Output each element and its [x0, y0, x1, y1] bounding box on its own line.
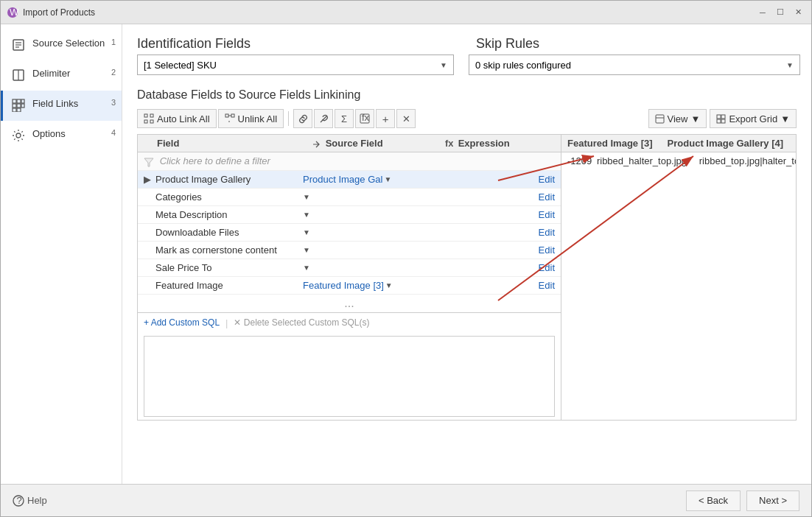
- add-button[interactable]: +: [376, 109, 395, 128]
- minimize-button[interactable]: ─: [755, 5, 770, 20]
- sql-text-area[interactable]: [144, 336, 555, 417]
- help-link[interactable]: ? Help: [13, 495, 47, 507]
- unlink-all-button[interactable]: Unlink All: [218, 109, 284, 128]
- right-data-row: -1209 ribbed_halter_top.jpg ribbed_top.j…: [561, 152, 796, 169]
- main-content: Identification Fields Skip Rules [1 Sele…: [122, 24, 811, 484]
- link-button[interactable]: [293, 109, 312, 128]
- source-dropdown-arrow[interactable]: ▼: [303, 264, 310, 272]
- edit-link[interactable]: Edit: [539, 174, 555, 185]
- row-edit-meta-description: Edit: [518, 209, 555, 220]
- identification-fields-label: Identification Fields: [137, 36, 251, 51]
- sidebar-item-delimiter[interactable]: Delimiter 2: [1, 60, 122, 91]
- table-container: Field Source Field fx Expression: [137, 134, 797, 421]
- row-source-cornerstone: ▼: [303, 246, 428, 254]
- field-links-icon: [12, 99, 27, 113]
- skip-rules-select[interactable]: 0 skip rules configured ▼: [469, 54, 800, 75]
- row-edit-featured-image: Edit: [518, 280, 555, 291]
- id-field-value: [1 Selected] SKU: [144, 60, 217, 71]
- auto-link-all-button[interactable]: Auto Link All: [137, 109, 217, 128]
- toolbar-right: View ▼ Export Grid ▼: [648, 109, 797, 128]
- edit-link[interactable]: Edit: [539, 262, 555, 273]
- sidebar-item-source-selection[interactable]: Source Selection 1: [1, 30, 122, 60]
- window-icon: W: [7, 7, 18, 18]
- table-row[interactable]: Sale Price To ▼ Edit: [138, 259, 561, 277]
- link-icon: [298, 114, 308, 124]
- add-custom-sql-button[interactable]: + Add Custom SQL: [144, 317, 220, 328]
- unlink-single-icon: [319, 114, 329, 124]
- edit-link[interactable]: Edit: [539, 209, 555, 220]
- svg-rect-14: [13, 108, 16, 112]
- svg-rect-13: [21, 104, 24, 108]
- back-button[interactable]: < Back: [686, 490, 741, 511]
- window-controls: ─ ☐ ✕: [755, 5, 805, 20]
- source-selection-icon: [12, 38, 27, 53]
- unlink-single-button[interactable]: [314, 109, 333, 128]
- table-row[interactable]: ▶ Product Image Gallery Product Image Ga…: [138, 171, 561, 189]
- table-row[interactable]: Mark as cornerstone content ▼ Edit: [138, 242, 561, 259]
- add-icon: +: [382, 113, 389, 125]
- identification-fields-select[interactable]: [1 Selected] SKU ▼: [137, 54, 454, 75]
- delete-custom-sql-button[interactable]: ✕ Delete Selected Custom SQL(s): [234, 317, 369, 328]
- table-row[interactable]: Categories ▼ Edit: [138, 189, 561, 206]
- source-dropdown-arrow[interactable]: ▼: [303, 246, 310, 254]
- svg-rect-8: [13, 99, 16, 103]
- source-column-header: Source Field: [312, 138, 444, 149]
- main-table-area: Field Source Field fx Expression: [137, 134, 797, 421]
- custom-sql-toolbar: + Add Custom SQL | ✕ Delete Selected Cus…: [138, 312, 561, 333]
- table-row[interactable]: Downloadable Files ▼ Edit: [138, 224, 561, 242]
- view-icon: [655, 114, 665, 124]
- svg-rect-31: [721, 115, 725, 119]
- row-source-categories: ▼: [303, 193, 428, 201]
- row-edit-downloadable-files: Edit: [518, 227, 555, 238]
- row-expand-icon[interactable]: ▶: [144, 174, 153, 185]
- table-row[interactable]: Meta Description ▼ Edit: [138, 206, 561, 224]
- sidebar-item-source-selection-number: 1: [111, 38, 116, 46]
- view-arrow-icon: ▼: [691, 113, 701, 124]
- row-field-categories: Categories: [155, 191, 303, 203]
- sidebar-item-options-number: 4: [111, 128, 116, 137]
- footer: ? Help < Back Next >: [1, 484, 811, 516]
- export-grid-button[interactable]: Export Grid ▼: [710, 109, 797, 128]
- more-rows-indicator: ...: [138, 295, 561, 312]
- sigma-icon: Σ: [341, 113, 347, 124]
- svg-text:W: W: [10, 7, 18, 18]
- expression-column-header: fx Expression: [444, 138, 555, 149]
- row-field-product-image-gallery: Product Image Gallery: [155, 174, 303, 185]
- source-dropdown-arrow[interactable]: ▼: [384, 175, 391, 183]
- filter-row[interactable]: Click here to define a filter: [138, 152, 561, 171]
- sidebar-item-field-links[interactable]: Field Links 3: [1, 91, 122, 121]
- row-field-meta-description: Meta Description: [155, 209, 303, 220]
- content-area: Source Selection 1 Delimiter 2 Field Lin…: [1, 24, 811, 484]
- source-dropdown-arrow[interactable]: ▼: [385, 281, 393, 289]
- row-source-featured-image: Featured Image [3] ▼: [303, 280, 428, 291]
- title-bar: W Import of Products ─ ☐ ✕: [1, 1, 811, 24]
- next-button[interactable]: Next >: [746, 490, 799, 511]
- svg-rect-17: [144, 114, 147, 117]
- sidebar: Source Selection 1 Delimiter 2 Field Lin…: [1, 24, 122, 484]
- close-button[interactable]: ✕: [791, 5, 805, 20]
- row-edit-cornerstone: Edit: [518, 245, 555, 256]
- view-button[interactable]: View ▼: [648, 109, 707, 128]
- sigma-button[interactable]: Σ: [335, 109, 354, 128]
- delimiter-icon: [12, 68, 27, 83]
- sidebar-item-options[interactable]: Options 4: [1, 121, 122, 151]
- expand-col: [144, 138, 157, 149]
- edit-link[interactable]: Edit: [539, 191, 555, 203]
- function-button[interactable]: fx: [355, 109, 374, 128]
- row-edit-categories: Edit: [518, 191, 555, 203]
- table-row[interactable]: Featured Image Featured Image [3] ▼ Edit: [138, 277, 561, 295]
- edit-link[interactable]: Edit: [539, 245, 555, 256]
- footer-buttons: < Back Next >: [686, 490, 799, 511]
- maximize-button[interactable]: ☐: [773, 5, 788, 20]
- source-dropdown-arrow[interactable]: ▼: [303, 211, 310, 219]
- delete-row-button[interactable]: ✕: [396, 109, 416, 128]
- row-source-meta-description: ▼: [303, 211, 428, 219]
- edit-link[interactable]: Edit: [539, 280, 555, 291]
- toolbar: Auto Link All Unlink All Σ fx: [137, 109, 797, 128]
- source-dropdown-arrow[interactable]: ▼: [303, 193, 310, 201]
- source-dropdown-arrow[interactable]: ▼: [303, 228, 310, 236]
- svg-rect-20: [150, 120, 153, 123]
- svg-rect-22: [231, 114, 234, 117]
- unlink-icon: [225, 113, 235, 124]
- edit-link[interactable]: Edit: [539, 227, 555, 238]
